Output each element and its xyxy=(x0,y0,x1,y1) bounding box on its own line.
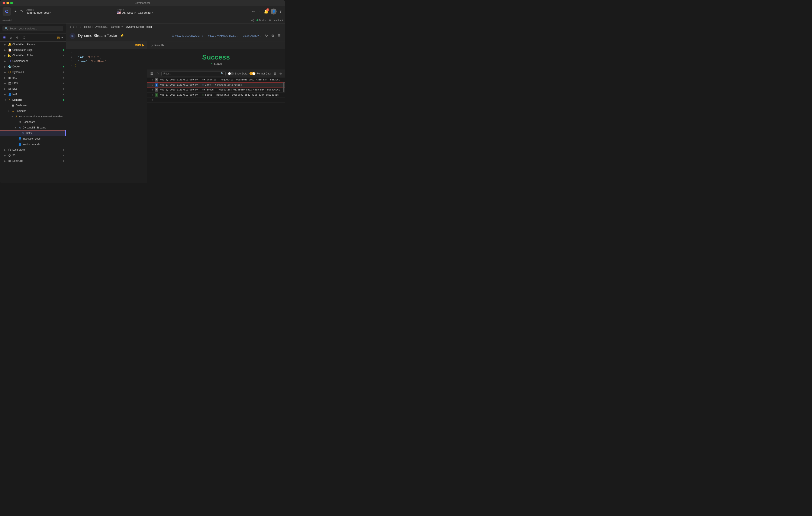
history-tool-button[interactable]: ⏱ xyxy=(22,35,26,40)
settings-tool-button[interactable]: ⚙ xyxy=(16,35,20,40)
search-input-wrap[interactable]: 🔍 xyxy=(3,26,63,31)
main-layout: 🔍 ⊞ ⊕ ⚙ ⏱ ⊞ − ▶ 🔔 CloudWatch Alarms xyxy=(0,24,285,183)
minimize-button[interactable] xyxy=(6,2,9,4)
sidebar-item-label: ECS xyxy=(12,82,62,85)
toggle-knob xyxy=(228,72,231,75)
copy-logs-button[interactable]: ⧉ xyxy=(273,71,277,76)
sidebar-item-ec2[interactable]: ▶ ▦ EC2 xyxy=(0,75,66,80)
sidebar-item-docker[interactable]: ▶ 🐳 Docker xyxy=(0,64,66,70)
results-icon: ⟨⟩ xyxy=(150,44,153,47)
filter-input[interactable] xyxy=(163,72,220,75)
nav-back-button[interactable]: ◀ xyxy=(69,25,71,29)
breadcrumb-home[interactable]: Home xyxy=(84,25,91,28)
editor-toolbar: RUN xyxy=(66,42,147,49)
sidebar-grid-button[interactable]: ⊞ xyxy=(57,36,60,40)
sidebar-item-label: IAM xyxy=(12,93,62,96)
show-data-toggle[interactable]: Show Data xyxy=(228,72,248,75)
editor-panel: RUN 1 { 2 "id": "testId", 3 xyxy=(66,42,147,183)
success-text: Success xyxy=(202,53,230,61)
view-cloudwatch-button[interactable]: ☰ VIEW IN CLOUDWATCH › xyxy=(170,33,205,38)
sidebar-item-ecs[interactable]: ▶ ▤ ECS xyxy=(0,80,66,86)
app-logo: C xyxy=(3,7,11,16)
sidebar-item-invoke-lambda[interactable]: 👤 Invoke Lambda xyxy=(0,141,66,147)
sidebar-item-lambda[interactable]: ▼ λ Lambda xyxy=(0,97,66,103)
sidebar-item-battle[interactable]: ≋ Battle xyxy=(0,130,66,136)
sidebar-item-lambda-dashboard[interactable]: ⊞ Dashboard xyxy=(0,103,66,108)
sidebar-item-func-dashboard[interactable]: ⊞ Dashboard xyxy=(0,119,66,125)
logs-menu-button[interactable]: ☰ xyxy=(150,71,154,76)
close-button[interactable] xyxy=(3,2,5,4)
maximize-button[interactable] xyxy=(10,2,13,4)
account-section: Account commandeer-docs ▾ xyxy=(26,9,114,14)
account-selector[interactable]: commandeer-docs ▾ xyxy=(26,11,114,14)
log-row[interactable]: 2 ℹ Aug 2, 2020 11:37:12:000 PM – ▪ Info… xyxy=(147,83,285,88)
sidebar-item-cloudwatch-alarms[interactable]: ▶ 🔔 CloudWatch Alarms xyxy=(0,42,66,47)
format-data-toggle[interactable]: Format Data xyxy=(250,72,271,75)
arrow-icon: ▶ xyxy=(4,65,7,68)
sidebar-item-dynamodb-streams[interactable]: ▼ ≋ DynamoDB Streams xyxy=(0,125,66,130)
localstack-indicator: LocalStack xyxy=(269,19,283,22)
help-button[interactable]: ? xyxy=(279,9,282,14)
sidebar-collapse-button[interactable]: − xyxy=(61,36,63,39)
log-row[interactable]: 3 ≡ Aug 2, 2020 11:37:12:000 PM – ▪▪ End… xyxy=(147,87,285,92)
filter-input-wrap[interactable]: 🔍 xyxy=(162,71,226,76)
sidebar-item-dynamodb[interactable]: ▶ ⬡ DynamoDB xyxy=(0,70,66,75)
notification-button[interactable]: 🔔 1 xyxy=(264,9,268,14)
status-label: Status xyxy=(214,62,222,65)
add-button[interactable]: + xyxy=(13,9,17,14)
search-input[interactable] xyxy=(9,27,61,30)
nav-forward-button[interactable]: ▶ xyxy=(72,25,75,29)
edit-button[interactable]: ✏ xyxy=(252,8,256,14)
window-title: Commandeer xyxy=(135,1,150,4)
log-row[interactable]: 1 ≡ Aug 2, 2020 11:37:12:000 PM – ▪▪ Sta… xyxy=(147,78,285,83)
arrow-icon: ▶ xyxy=(4,149,7,151)
region-selector[interactable]: 🇺🇸 US West (N. California) ▾ xyxy=(117,11,249,14)
format-data-switch[interactable] xyxy=(250,72,256,75)
log-row[interactable]: 4 ▪ Aug 2, 2020 11:37:12:000 PM – ▪ Stat… xyxy=(147,92,285,98)
results-panel: ⟨⟩ Results Success ✓ Status ☰ ⟨⟩ xyxy=(147,42,285,183)
nav-end-button[interactable]: ⟩ xyxy=(80,25,82,29)
status-indicator xyxy=(63,99,64,101)
sidebar-actions: ⊞ − xyxy=(57,36,63,40)
menu-icon-button[interactable]: ☰ xyxy=(277,33,282,38)
settings-icon-button[interactable]: ⚙ xyxy=(270,33,275,38)
sidebar-item-commandeer[interactable]: ▶ C Commandeer xyxy=(0,58,66,64)
status-indicator xyxy=(63,66,64,67)
sidebar-item-cloudwatch-logs[interactable]: ▶ 📋 CloudWatch Logs xyxy=(0,47,66,53)
search-tool-button[interactable]: ⊕ xyxy=(9,35,13,40)
view-lambda-button[interactable]: VIEW LAMBDA › xyxy=(241,34,262,38)
sidebar-item-label: SendGrid xyxy=(12,159,62,162)
editor-line: 3 "name": "testName" xyxy=(68,59,145,63)
editor-content[interactable]: 1 { 2 "id": "testId", 3 "name": "testNam… xyxy=(66,49,147,183)
share-logs-button[interactable]: ⎋ xyxy=(279,71,282,76)
breadcrumb-dynamodb[interactable]: DynamoDB xyxy=(94,25,108,28)
sidebar-item-invocation-logs[interactable]: 👤 Invocation Logs xyxy=(0,136,66,141)
log-text: Aug 2, 2020 11:37:12:000 PM – ▪▪ Ended –… xyxy=(160,88,282,92)
sidebar-item-eks[interactable]: ▶ ◎ EKS xyxy=(0,86,66,91)
run-button[interactable]: RUN xyxy=(135,44,144,47)
show-data-switch[interactable] xyxy=(228,72,234,75)
avatar[interactable]: 👤 xyxy=(270,8,277,15)
breadcrumb-lambda[interactable]: Lambda xyxy=(111,25,120,28)
forward-button[interactable]: › xyxy=(258,9,261,14)
view-dynamodb-table-button[interactable]: VIEW DYNAMODB TABLE › xyxy=(206,34,239,38)
sidebar-item-localstack[interactable]: ▶ ⬡ LocalStack xyxy=(0,147,66,153)
success-area: Success ✓ Status xyxy=(147,49,285,70)
sidebar-item-lambdas[interactable]: ▼ λ Lambdas xyxy=(0,108,66,114)
sidebar-item-lambda-func[interactable]: ▼ λ commander-docs-dynamo-stream-dev xyxy=(0,114,66,119)
arrow-icon: ▼ xyxy=(11,115,13,118)
view-dynamodb-label: VIEW DYNAMODB TABLE xyxy=(208,34,236,37)
status-line: ✓ Status xyxy=(210,62,222,65)
sidebar-item-sendgrid[interactable]: ▶ ⊞ SendGrid xyxy=(0,158,66,164)
cloudwatch-logs-icon: 📋 xyxy=(8,48,11,52)
sidebar-item-cloudwatch-rules[interactable]: ▶ 📐 CloudWatch Rules xyxy=(0,53,66,58)
refresh-button[interactable]: ↻ xyxy=(20,8,24,14)
breadcrumb-lambda-dropdown[interactable]: ▾ xyxy=(121,26,123,28)
sidebar-item-iam[interactable]: ▶ 👤 IAM xyxy=(0,91,66,97)
logs-code-button[interactable]: ⟨⟩ xyxy=(156,71,159,76)
nav-skip-button[interactable]: ⊢ xyxy=(76,25,79,29)
grid-view-button[interactable]: ⊞ xyxy=(3,35,6,40)
sidebar-item-s3[interactable]: ▶ ⬡ S3 xyxy=(0,153,66,158)
func-dashboard-icon: ⊞ xyxy=(18,120,22,124)
refresh-icon-button[interactable]: ↻ xyxy=(264,33,269,38)
